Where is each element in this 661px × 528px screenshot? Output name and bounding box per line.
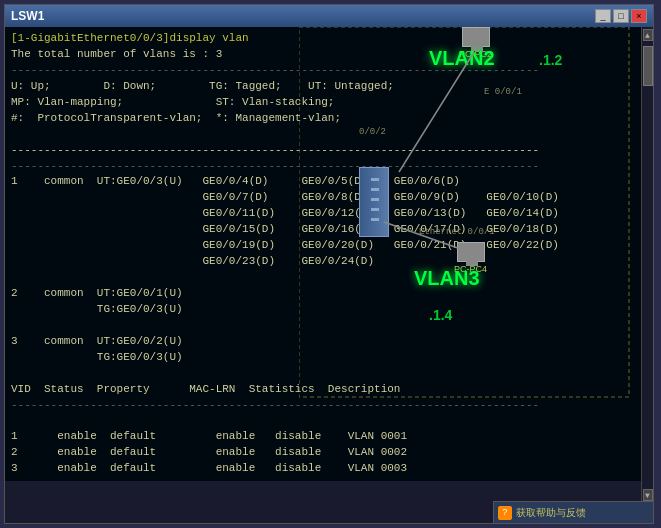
- terminal-line: 3 enable default enable disable VLAN 000…: [11, 461, 639, 477]
- terminal-line: 2 common UT:GE0/0/1(U): [11, 286, 639, 302]
- maximize-button[interactable]: □: [613, 9, 629, 23]
- terminal-line: 3 common UT:GE0/0/2(U): [11, 334, 639, 350]
- title-bar: LSW1 _ □ ×: [5, 5, 653, 27]
- terminal-line: The total number of vlans is : 3: [11, 47, 639, 63]
- terminal-line: GE0/0/19(D) GE0/0/20(D) GE0/0/21(D) GE0/…: [11, 238, 639, 254]
- terminal-line: TG:GE0/0/3(U): [11, 350, 639, 366]
- terminal-line: GE0/0/15(D) GE0/0/16(D) GE0/0/17(D) GE0/…: [11, 222, 639, 238]
- terminal-line: U: Up; D: Down; TG: Tagged; UT: Untagged…: [11, 79, 639, 95]
- status-icon: ?: [498, 506, 512, 520]
- window-controls: _ □ ×: [595, 9, 647, 23]
- vertical-scrollbar[interactable]: ▲ ▼: [641, 27, 653, 523]
- window-title: LSW1: [11, 9, 44, 23]
- terminal-line: ----------------------------------------…: [11, 143, 639, 159]
- terminal-line: [11, 318, 639, 334]
- terminal-line: GE0/0/23(D) GE0/0/24(D): [11, 254, 639, 270]
- terminal-area[interactable]: [1-GigabitEthernet0/0/3]display vlan The…: [5, 27, 653, 481]
- terminal-line: GE0/0/7(D) GE0/0/8(D) GE0/0/9(D) GE0/0/1…: [11, 190, 639, 206]
- terminal-line: ----------------------------------------…: [11, 159, 639, 175]
- vid-status-header: VID Status Property MAC-LRN Statistics D…: [11, 382, 639, 398]
- main-window: LSW1 _ □ × [1-GigabitEthernet0/0/3]displ…: [4, 4, 654, 524]
- terminal-line: [11, 270, 639, 286]
- scroll-down-arrow[interactable]: ▼: [643, 489, 653, 501]
- close-button[interactable]: ×: [631, 9, 647, 23]
- terminal-line: [11, 127, 639, 143]
- terminal-line: MP: Vlan-mapping; ST: Vlan-stacking;: [11, 95, 639, 111]
- terminal-line: 1 enable default enable disable VLAN 000…: [11, 429, 639, 445]
- scroll-thumb[interactable]: [643, 46, 653, 86]
- scroll-up-arrow[interactable]: ▲: [643, 29, 653, 41]
- terminal-line: TG:GE0/0/3(U): [11, 302, 639, 318]
- terminal-line: ----------------------------------------…: [11, 63, 639, 79]
- terminal-line: ----------------------------------------…: [11, 398, 639, 414]
- terminal-line: 2 enable default enable disable VLAN 000…: [11, 445, 639, 461]
- terminal-line: #: ProtocolTransparent-vlan; *: Manageme…: [11, 111, 639, 127]
- terminal-line: [11, 414, 639, 430]
- status-text: 获取帮助与反馈: [516, 506, 586, 520]
- minimize-button[interactable]: _: [595, 9, 611, 23]
- bottom-status-bar: ? 获取帮助与反馈: [493, 501, 653, 523]
- terminal-line: [11, 366, 639, 382]
- terminal-line: GE0/0/11(D) GE0/0/12(D) GE0/0/13(D) GE0/…: [11, 206, 639, 222]
- terminal-line: 1 common UT:GE0/0/3(U) GE0/0/4(D) GE0/0/…: [11, 174, 639, 190]
- terminal-line: [1-GigabitEthernet0/0/3]display vlan: [11, 31, 639, 47]
